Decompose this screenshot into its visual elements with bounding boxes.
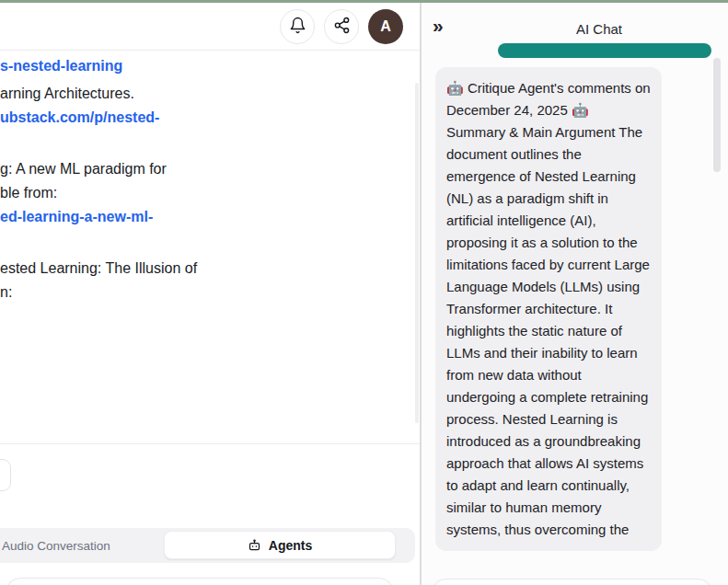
chat-message-text: 🤖 Critique Agent's comments on December … (446, 80, 651, 537)
document-text-line: ble from: (0, 181, 57, 205)
cropped-button[interactable] (0, 459, 11, 491)
document-text-line: n: (0, 281, 12, 304)
chat-top-button[interactable] (498, 43, 711, 58)
document-link[interactable]: ubstack.com/p/nested- (0, 106, 159, 130)
mode-toggle: Audio Conversation Agents (0, 528, 415, 563)
collapse-panel-icon[interactable]: » (433, 16, 442, 35)
divider (0, 443, 420, 444)
bell-icon (289, 17, 306, 38)
tab-agents-label: Agents (269, 538, 312, 553)
bottom-toolbar-card (6, 578, 394, 585)
document-scrollbar-thumb[interactable] (415, 83, 419, 423)
notifications-button[interactable] (280, 9, 315, 44)
robot-icon (248, 538, 261, 552)
share-icon (333, 17, 351, 38)
tab-agents[interactable]: Agents (164, 531, 396, 559)
app-window: A s-nested-learning arning Architectures… (0, 0, 728, 585)
document-text-line: g: A new ML paradigm for (0, 157, 167, 181)
chat-scrollbar-thumb[interactable] (713, 58, 721, 172)
chat-input[interactable] (433, 579, 711, 585)
tab-audio-conversation[interactable]: Audio Conversation (2, 528, 110, 563)
avatar[interactable]: A (368, 9, 403, 44)
chat-panel-title: AI Chat (470, 21, 728, 37)
ai-chat-panel: » AI Chat 🤖 Critique Agent's comments on… (422, 3, 728, 585)
chat-message-bubble: 🤖 Critique Agent's comments on December … (435, 67, 662, 551)
top-bar: A (0, 3, 420, 51)
document-link[interactable]: ed-learning-a-new-ml- (0, 205, 153, 229)
document-text-line: arning Architectures. (0, 82, 134, 106)
share-button[interactable] (324, 9, 359, 44)
document-text-line: ested Learning: The Illusion of (0, 257, 197, 281)
document-panel: s-nested-learning arning Architectures. … (0, 51, 420, 585)
document-link[interactable]: s-nested-learning (0, 54, 122, 78)
